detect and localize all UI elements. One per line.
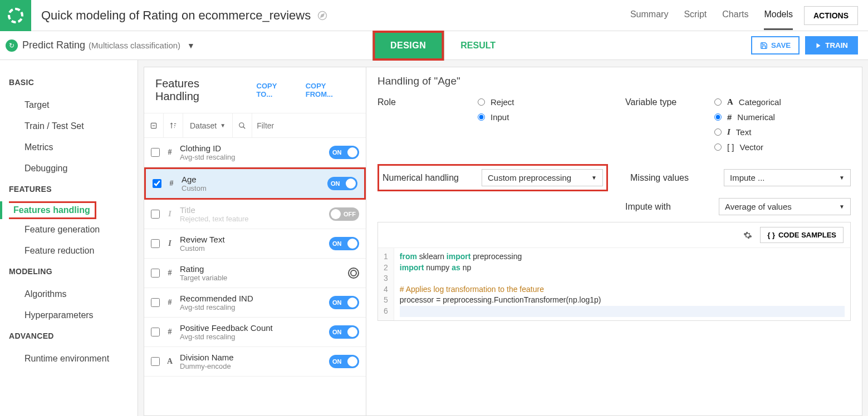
search-icon[interactable] — [233, 113, 252, 137]
feature-checkbox[interactable] — [153, 179, 161, 188]
role-input-radio[interactable]: Input — [478, 112, 514, 122]
save-label: SAVE — [771, 41, 791, 49]
vartype-categorical-radio[interactable]: A Categorical — [714, 97, 781, 107]
tab-summary[interactable]: Summary — [630, 1, 668, 30]
role-label: Role — [377, 97, 478, 152]
sidebar-item-features-handling[interactable]: Features handling — [9, 201, 96, 219]
impute-with-select[interactable]: Average of values▼ — [719, 198, 851, 215]
sidebar-item-metrics[interactable]: Metrics — [0, 137, 138, 158]
role-reject-radio[interactable]: Reject — [478, 97, 514, 107]
feature-toggle[interactable]: ON — [329, 355, 359, 368]
code-samples-button[interactable]: { }CODE SAMPLES — [760, 227, 844, 243]
feature-checkbox[interactable] — [151, 210, 160, 219]
gear-icon[interactable] — [743, 231, 752, 240]
feature-type-icon: A — [165, 357, 174, 366]
sidebar-item-feature-reduction[interactable]: Feature reduction — [0, 240, 138, 261]
feature-row[interactable]: #Recommended INDAvg-std rescalingON — [144, 288, 366, 318]
feature-toggle[interactable]: ON — [329, 325, 359, 339]
feature-toggle[interactable]: OFF — [329, 207, 359, 221]
train-button[interactable]: TRAIN — [805, 36, 858, 55]
collapse-all-button[interactable] — [144, 113, 164, 137]
feature-type-icon: # — [165, 269, 174, 278]
code-content[interactable]: from sklearn import preprocessingimport … — [394, 248, 850, 320]
predict-subtitle: (Multiclass classification) — [89, 41, 180, 50]
feature-type-icon: # — [165, 148, 174, 157]
sidebar-item-debugging[interactable]: Debugging — [0, 158, 138, 179]
feature-row[interactable]: ADivision NameDummy-encodeON — [144, 347, 366, 377]
feature-toggle[interactable]: ON — [327, 177, 357, 190]
vartype-text-radio[interactable]: I Text — [714, 127, 781, 137]
svg-marker-2 — [817, 43, 821, 48]
feature-text: Review TextCustom — [180, 235, 323, 252]
feature-checkbox[interactable] — [151, 148, 160, 157]
features-panel-title: Features Handling — [155, 77, 246, 103]
features-panel: Features Handling COPY TO... COPY FROM..… — [144, 67, 366, 416]
svg-line-10 — [243, 126, 246, 128]
feature-row[interactable]: ITitleRejected, text featureOFF — [144, 200, 366, 229]
tab-script[interactable]: Script — [684, 1, 707, 30]
sidebar-item-target[interactable]: Target — [0, 95, 138, 116]
svg-marker-1 — [321, 14, 324, 17]
predict-title: Predict Rating — [22, 39, 85, 51]
feature-row[interactable]: #RatingTarget variable — [144, 259, 366, 288]
feature-checkbox[interactable] — [151, 239, 160, 248]
feature-row[interactable]: #AgeCustomON — [144, 167, 366, 200]
target-icon — [348, 268, 359, 279]
copy-from-link[interactable]: COPY FROM... — [306, 82, 355, 98]
feature-text: TitleRejected, text feature — [180, 205, 323, 223]
feature-toggle[interactable]: ON — [329, 146, 359, 159]
sidebar-item-algorithms[interactable]: Algorithms — [0, 284, 138, 305]
feature-toggle[interactable]: ON — [329, 237, 359, 250]
missing-values-label: Missing values — [630, 173, 714, 183]
feature-text: RatingTarget variable — [180, 264, 342, 282]
feature-type-icon: I — [165, 210, 174, 219]
feature-row[interactable]: IReview TextCustomON — [144, 229, 366, 259]
page-title: Quick modeling of Rating on ecommerce_re… — [41, 8, 311, 23]
feature-checkbox[interactable] — [151, 328, 160, 336]
design-tab[interactable]: DESIGN — [372, 31, 444, 61]
feature-row[interactable]: #Clothing IDAvg-std rescalingON — [144, 138, 366, 167]
dataset-dropdown[interactable]: Dataset ▼ — [183, 113, 233, 137]
chevron-down-icon[interactable]: ▼ — [187, 41, 195, 50]
code-gutter: 123456 — [378, 248, 394, 320]
feature-toggle[interactable]: ON — [329, 296, 359, 309]
copy-to-link[interactable]: COPY TO... — [257, 82, 295, 98]
feature-row[interactable]: #Positive Feedback CountAvg-std rescalin… — [144, 318, 366, 347]
variable-type-label: Variable type — [625, 97, 714, 152]
feature-checkbox[interactable] — [151, 357, 160, 366]
impute-with-label: Impute with — [625, 202, 709, 212]
tab-models[interactable]: Models — [764, 1, 793, 30]
feature-text: Division NameDummy-encode — [180, 353, 323, 370]
sidebar-section-basic: BASIC — [0, 78, 138, 87]
sort-button[interactable] — [164, 113, 183, 137]
filter-input[interactable] — [252, 121, 366, 130]
numerical-handling-label: Numerical handling — [382, 173, 472, 183]
play-icon — [815, 42, 822, 49]
save-button[interactable]: SAVE — [751, 36, 800, 55]
sidebar-item-train-test[interactable]: Train / Test Set — [0, 116, 138, 137]
feature-checkbox[interactable] — [151, 298, 160, 307]
sidebar-item-feature-generation[interactable]: Feature generation — [0, 219, 138, 240]
actions-button[interactable]: ACTIONS — [804, 6, 858, 25]
feature-type-icon: # — [167, 179, 176, 188]
save-icon — [760, 42, 768, 49]
feature-checkbox[interactable] — [151, 269, 160, 278]
vartype-vector-radio[interactable]: [ ] Vector — [714, 142, 781, 152]
result-tab[interactable]: RESULT — [460, 41, 496, 51]
feature-text: AgeCustom — [182, 175, 322, 192]
numerical-handling-select[interactable]: Custom preprocessing▼ — [482, 169, 603, 186]
sidebar-item-runtime-env[interactable]: Runtime environment — [0, 348, 138, 369]
sidebar-section-advanced: ADVANCED — [0, 331, 138, 340]
top-bar: Quick modeling of Rating on ecommerce_re… — [0, 0, 868, 31]
second-bar: ↻ Predict Rating (Multiclass classificat… — [0, 31, 868, 60]
sidebar-item-hyperparameters[interactable]: Hyperparameters — [0, 305, 138, 326]
svg-point-9 — [239, 122, 244, 127]
feature-type-icon: # — [165, 328, 174, 336]
compass-icon[interactable] — [317, 11, 327, 21]
handling-title: Handling of "Age" — [377, 75, 851, 87]
vartype-numerical-radio[interactable]: # Numerical — [714, 112, 781, 122]
handling-panel: Handling of "Age" Role Reject Input Vari… — [366, 67, 862, 416]
app-logo[interactable] — [0, 0, 31, 31]
tab-charts[interactable]: Charts — [722, 1, 748, 30]
missing-values-select[interactable]: Impute ...▼ — [724, 169, 851, 186]
